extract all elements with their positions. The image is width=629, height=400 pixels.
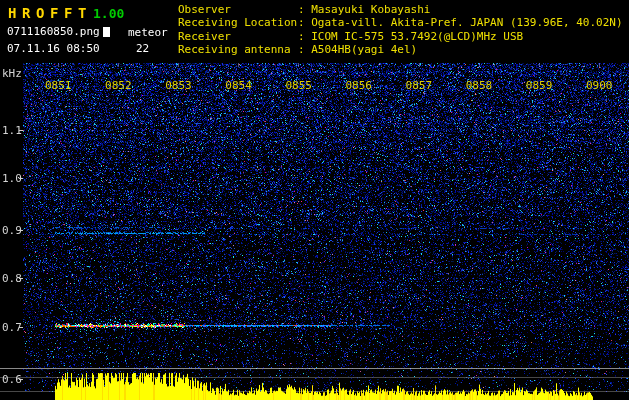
app-title: HROFFT1.00 — [8, 3, 124, 22]
info-value: Masayuki Kobayashi — [311, 3, 430, 16]
time-tick-label: 0854 — [225, 79, 252, 92]
freq-tick-label: 0.6 — [2, 373, 22, 386]
info-colon: : — [298, 30, 311, 43]
title-letter: H — [8, 5, 22, 21]
info-label: Receiving antenna — [178, 43, 298, 56]
station-info-row: Receiving Location: Ogata-vill. Akita-Pr… — [178, 16, 623, 29]
info-value: Ogata-vill. Akita-Pref. JAPAN (139.96E, … — [311, 16, 622, 29]
freq-axis-unit: kHz — [2, 67, 22, 80]
info-colon: : — [298, 3, 311, 16]
time-tick-label: 0851 — [45, 79, 72, 92]
time-tick-label: 0853 — [165, 79, 192, 92]
time-tick-label: 0856 — [346, 79, 373, 92]
output-filename: 0711160850.png — [7, 25, 110, 38]
station-info-row: Receiver: ICOM IC-575 53.7492(@LCD)MHz U… — [178, 30, 623, 43]
info-label: Receiving Location — [178, 16, 298, 29]
freq-tick-label: 1.1 — [2, 124, 22, 137]
cursor-block — [103, 27, 110, 37]
station-info: Observer: Masayuki KobayashiReceiving Lo… — [178, 3, 623, 57]
freq-tick-label: 0.7 — [2, 321, 22, 334]
station-info-row: Observer: Masayuki Kobayashi — [178, 3, 623, 16]
station-info-row: Receiving antenna: A504HB(yagi 4el) — [178, 43, 623, 56]
time-tick-label: 0859 — [526, 79, 553, 92]
info-label: Observer — [178, 3, 298, 16]
freq-tick-label: 0.8 — [2, 272, 22, 285]
info-value: ICOM IC-575 53.7492(@LCD)MHz USB — [311, 30, 523, 43]
time-tick-label: 0857 — [406, 79, 433, 92]
filename-text: 0711160850.png — [7, 25, 100, 38]
info-colon: : — [298, 16, 311, 29]
time-tick-label: 0900 — [586, 79, 613, 92]
spectrogram-canvas — [0, 0, 629, 400]
mode-label: meteor — [128, 26, 168, 39]
title-letter: O — [36, 5, 50, 21]
time-tick-label: 0855 — [285, 79, 312, 92]
title-letter: F — [50, 5, 64, 21]
meteor-count-label: 22 — [136, 42, 149, 55]
freq-tick-label: 0.9 — [2, 224, 22, 237]
freq-tick-label: 1.0 — [2, 172, 22, 185]
datetime-label: 07.11.16 08:50 — [7, 42, 100, 55]
title-letter: F — [64, 5, 78, 21]
info-label: Receiver — [178, 30, 298, 43]
title-letter: R — [22, 5, 36, 21]
hrofft-screen: HROFFT1.00 0711160850.png meteor 07.11.1… — [0, 0, 629, 400]
time-tick-label: 0852 — [105, 79, 132, 92]
info-colon: : — [298, 43, 311, 56]
app-title-letters: HROFFT — [8, 3, 92, 22]
app-version: 1.00 — [93, 6, 124, 21]
info-value: A504HB(yagi 4el) — [311, 43, 417, 56]
title-letter: T — [78, 5, 92, 21]
time-tick-label: 0858 — [466, 79, 493, 92]
